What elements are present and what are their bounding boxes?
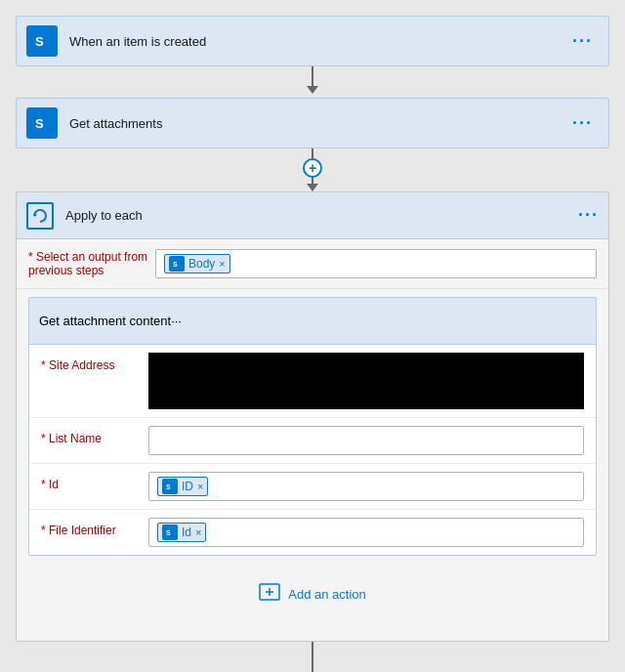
file-identifier-token: S Id ×	[157, 523, 206, 542]
add-step-connector: +	[303, 148, 322, 191]
file-identifier-label: * File Identifier	[41, 518, 148, 537]
file-identifier-token-icon: S	[162, 525, 178, 540]
loop-icon	[26, 202, 54, 230]
id-row: * Id S ID	[29, 464, 596, 510]
flow-canvas: S When an item is created ··· S Get atta…	[0, 0, 625, 672]
step1-title: When an item is created	[69, 34, 566, 49]
list-name-value[interactable]	[148, 426, 584, 455]
select-output-input[interactable]: S Body ×	[155, 249, 597, 278]
body-token: S Body ×	[164, 254, 230, 273]
add-action-button[interactable]: Add an action	[243, 575, 382, 613]
id-token-icon: S	[162, 479, 178, 494]
apply-to-each-container: Apply to each ··· * Select an output fro…	[16, 191, 609, 642]
step-when-item-created: S When an item is created ···	[16, 16, 609, 66]
add-action-label: Add an action	[288, 587, 366, 602]
apply-to-each-more-button[interactable]: ···	[578, 205, 599, 226]
select-output-label: * Select an output fromprevious steps	[28, 250, 155, 277]
step2-more-button[interactable]: ···	[566, 110, 599, 136]
site-address-row: * Site Address	[29, 345, 596, 418]
file-identifier-value[interactable]: S Id ×	[148, 518, 584, 547]
get-attachment-header: S Get attachment content ···	[29, 298, 596, 345]
id-token: S ID ×	[157, 477, 208, 496]
id-value[interactable]: S ID ×	[148, 472, 584, 501]
list-name-label: * List Name	[41, 426, 148, 445]
add-action-icon	[259, 583, 280, 606]
svg-text:S: S	[35, 34, 44, 49]
id-input[interactable]: S ID ×	[148, 472, 584, 501]
sharepoint-icon-1: S	[26, 25, 58, 57]
file-identifier-token-remove[interactable]: ×	[195, 526, 201, 538]
list-name-input[interactable]	[148, 426, 584, 455]
file-identifier-row: * File Identifier S	[29, 510, 596, 555]
body-token-label: Body	[188, 257, 215, 271]
connector-arrow-1	[307, 66, 318, 98]
id-token-label: ID	[182, 480, 193, 493]
add-step-button[interactable]: +	[303, 158, 322, 178]
final-arrow-line	[312, 642, 313, 672]
apply-to-each-title: Apply to each	[65, 208, 578, 223]
site-address-value[interactable]	[148, 353, 584, 409]
file-identifier-input[interactable]: S Id ×	[148, 518, 584, 547]
svg-text:S: S	[166, 529, 171, 536]
site-address-black-block	[148, 353, 584, 409]
connector-arrow-head	[307, 184, 318, 191]
body-token-remove[interactable]: ×	[219, 258, 225, 270]
file-identifier-token-label: Id	[182, 525, 191, 539]
id-label: * Id	[41, 472, 148, 491]
site-address-label: * Site Address	[41, 353, 148, 372]
get-attachment-more-button[interactable]: ···	[171, 314, 182, 328]
svg-text:S: S	[173, 261, 178, 268]
get-attachment-title: Get attachment content	[39, 314, 171, 328]
step1-more-button[interactable]: ···	[566, 28, 599, 54]
step-get-attachments: S Get attachments ···	[16, 98, 609, 148]
get-attachment-fields: * Site Address * List Name	[29, 345, 596, 555]
sharepoint-icon-2: S	[26, 107, 58, 139]
id-token-remove[interactable]: ×	[197, 481, 203, 492]
connector-line-bottom-wrap	[307, 178, 318, 191]
svg-text:S: S	[166, 483, 171, 490]
list-name-row: * List Name	[29, 418, 596, 464]
final-arrow	[307, 642, 318, 672]
connector-line-top	[312, 148, 313, 158]
body-token-icon: S	[169, 256, 185, 272]
step2-title: Get attachments	[69, 116, 566, 131]
select-output-row: * Select an output fromprevious steps S …	[17, 239, 608, 289]
add-action-row: Add an action	[28, 556, 597, 629]
apply-to-each-header: Apply to each ···	[17, 192, 608, 239]
get-attachment-content-card: S Get attachment content ··· * Site Addr…	[28, 297, 597, 556]
apply-to-each-body: S Get attachment content ··· * Site Addr…	[17, 289, 608, 641]
svg-text:S: S	[35, 116, 44, 131]
